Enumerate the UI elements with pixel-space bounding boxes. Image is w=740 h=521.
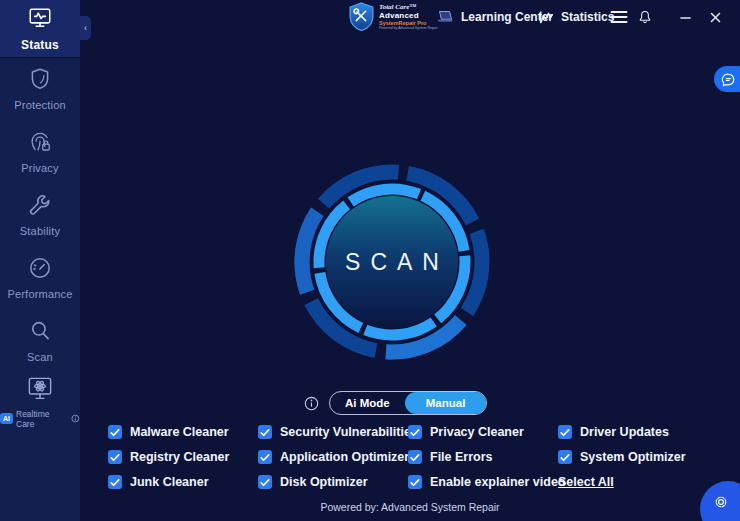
status-monitor-icon: [27, 5, 53, 31]
sidebar-item-label: Status: [21, 38, 59, 52]
check-icon: [258, 475, 272, 489]
info-icon: [71, 414, 80, 423]
checkbox-junk-cleaner[interactable]: Junk Cleaner: [108, 474, 258, 490]
sidebar-item-performance[interactable]: Performance: [0, 246, 80, 309]
info-icon: [304, 396, 319, 411]
sidebar-item-label: Scan: [27, 351, 53, 363]
performance-gauge-icon: [27, 255, 53, 281]
sidebar-item-stability[interactable]: Stability: [0, 183, 80, 246]
sidebar-item-scan[interactable]: Scan: [0, 309, 80, 372]
app-logo: Total Care™ Advanced SystemRepair Pro Po…: [348, 2, 438, 31]
realtime-care-label: Realtime Care: [16, 409, 68, 429]
stability-wrench-icon: [27, 192, 53, 218]
checkbox-registry-cleaner[interactable]: Registry Cleaner: [108, 449, 258, 465]
protection-shield-icon: [27, 66, 53, 92]
statistics-chart-icon: [538, 9, 555, 26]
sidebar-item-label: Stability: [20, 225, 60, 237]
checkbox-privacy-cleaner[interactable]: Privacy Cleaner: [408, 424, 558, 440]
learning-center-button[interactable]: Learning Center: [435, 0, 553, 34]
realtime-monitor-atom-icon: [25, 374, 55, 404]
collapse-chevron-icon: ‹: [84, 23, 87, 33]
sidebar-item-protection[interactable]: Protection: [0, 57, 80, 120]
scan-button-label: SCAN: [292, 162, 492, 362]
close-icon: [710, 12, 721, 23]
sidebar-item-label: Protection: [14, 99, 66, 111]
select-all-link[interactable]: Select All: [558, 475, 708, 489]
mode-ai-option[interactable]: Ai Mode: [330, 392, 405, 414]
mode-info-button[interactable]: [304, 396, 319, 411]
scan-dial-button[interactable]: SCAN: [292, 162, 492, 362]
privacy-fingerprint-icon: [27, 129, 53, 155]
mode-manual-option[interactable]: Manual: [405, 392, 487, 414]
mode-toggle-row: Ai Mode Manual: [304, 391, 487, 415]
app-window: Status Protection Privacy: [0, 0, 740, 521]
close-button[interactable]: [710, 0, 721, 34]
checkbox-security-vulnerabilities[interactable]: Security Vulnerabilities: [258, 424, 408, 440]
menu-button[interactable]: [610, 0, 628, 34]
check-icon: [408, 450, 422, 464]
logo-subtitle: Advanced: [379, 11, 438, 20]
sidebar-item-label: Privacy: [21, 162, 58, 174]
check-icon: [108, 450, 122, 464]
checkbox-enable-explainer-video[interactable]: Enable explainer video: [408, 474, 558, 490]
laptop-icon: [435, 9, 455, 25]
check-icon: [558, 450, 572, 464]
sidebar-item-privacy[interactable]: Privacy: [0, 120, 80, 183]
checkbox-malware-cleaner[interactable]: Malware Cleaner: [108, 424, 258, 440]
check-icon: [408, 475, 422, 489]
checkbox-driver-updates[interactable]: Driver Updates: [558, 424, 708, 440]
sidebar: Status Protection Privacy: [0, 0, 80, 521]
mode-toggle[interactable]: Ai Mode Manual: [329, 391, 487, 415]
scan-magnifier-icon: [27, 318, 53, 344]
sidebar-collapse-button[interactable]: ‹: [80, 16, 91, 40]
bell-icon: [637, 9, 653, 26]
check-icon: [108, 425, 122, 439]
minimize-icon: [680, 12, 691, 23]
chat-icon: [721, 72, 736, 87]
logo-title: Total Care™: [379, 3, 438, 11]
scan-options-grid: Malware Cleaner Security Vulnerabilities…: [108, 424, 708, 490]
statistics-button[interactable]: Statistics: [538, 0, 614, 34]
check-icon: [258, 450, 272, 464]
powered-by-text: Powered by: Advanced System Repair: [80, 501, 740, 513]
checkbox-file-errors[interactable]: File Errors: [408, 449, 558, 465]
checkbox-application-optimizer[interactable]: Application Optimizer: [258, 449, 408, 465]
check-icon: [408, 425, 422, 439]
menu-icon: [610, 10, 628, 24]
ai-badge: AI: [0, 413, 13, 424]
checkbox-system-optimizer[interactable]: System Optimizer: [558, 449, 708, 465]
sidebar-item-label: Performance: [7, 288, 72, 300]
check-icon: [258, 425, 272, 439]
check-icon: [558, 425, 572, 439]
sidebar-item-realtime-care[interactable]: AI Realtime Care: [0, 372, 80, 430]
sidebar-item-status[interactable]: Status: [0, 0, 80, 57]
logo-shield-icon: [348, 2, 375, 31]
chat-support-button[interactable]: [714, 66, 740, 92]
notifications-button[interactable]: [637, 0, 653, 34]
gear-icon: [712, 493, 730, 511]
check-icon: [108, 475, 122, 489]
minimize-button[interactable]: [680, 0, 691, 34]
topbar: Total Care™ Advanced SystemRepair Pro Po…: [80, 0, 740, 34]
statistics-label: Statistics: [561, 10, 614, 24]
logo-tagline: Powered by Advanced System Repair: [379, 26, 438, 30]
checkbox-disk-optimizer[interactable]: Disk Optimizer: [258, 474, 408, 490]
